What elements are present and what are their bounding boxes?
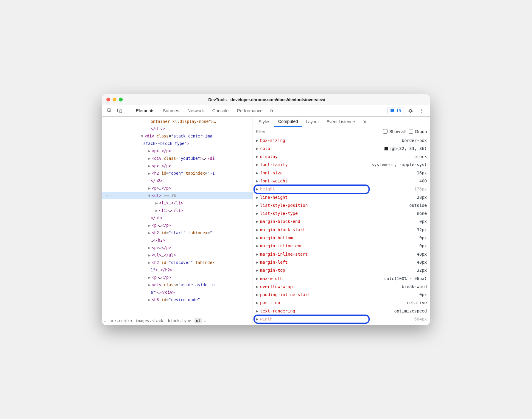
dom-node[interactable]: ▶<li>…</li> [102, 207, 253, 214]
dom-node[interactable]: stack--block type"> [102, 140, 253, 147]
dom-node[interactable]: ▶<p>…</p> [102, 222, 253, 229]
dom-node[interactable]: ▶<p>…</p> [102, 162, 253, 170]
more-tabs-icon[interactable]: » [360, 117, 370, 127]
computed-row-margin-bottom[interactable]: ▶margin-bottom0px [253, 234, 430, 242]
expand-icon[interactable]: ▶ [256, 291, 259, 299]
expand-icon[interactable]: ▶ [256, 299, 259, 307]
computed-row-margin-inline-start[interactable]: ▶margin-inline-start48px [253, 250, 430, 258]
issues-badge[interactable]: 15 [387, 107, 404, 114]
dom-node[interactable]: ▶<p>…</p> [102, 274, 253, 281]
expand-icon[interactable]: ▶ [256, 218, 259, 226]
dom-node[interactable]: ▶<div class="youtube">…</di [102, 155, 253, 162]
computed-row-list-style-position[interactable]: ▶list-style-positionoutside [253, 201, 430, 210]
expand-icon[interactable]: ▶ [256, 161, 259, 169]
dom-tree[interactable]: ontainer xl:display-none">… </div> ▼<div… [102, 117, 253, 316]
expand-icon[interactable]: ▶ [256, 153, 259, 161]
expand-icon[interactable]: ▶ [256, 266, 259, 274]
tab-network[interactable]: Network [183, 106, 208, 116]
dom-node[interactable]: ▶<p>…</p> [102, 244, 253, 251]
computed-row-padding-inline-start[interactable]: ▶padding-inline-start0px [253, 291, 430, 299]
expand-icon[interactable]: ▶ [256, 210, 259, 218]
more-tabs-icon[interactable]: » [267, 106, 276, 116]
dom-node[interactable]: ontainer xl:display-none">… [102, 118, 253, 125]
dom-node[interactable]: …</h2> [102, 237, 253, 244]
computed-row-height[interactable]: ▶height176px [253, 185, 430, 193]
tab-layout[interactable]: Layout [302, 117, 323, 126]
expand-icon[interactable]: ▶ [256, 193, 259, 201]
group-checkbox[interactable]: Group [409, 129, 427, 134]
tab-performance[interactable]: Performance [233, 106, 267, 116]
crumb-ellipsis[interactable]: … [104, 318, 106, 323]
computed-row-list-style-type[interactable]: ▶list-style-typenone [253, 210, 430, 218]
computed-row-margin-inline-end[interactable]: ▶margin-inline-end0px [253, 242, 430, 250]
expand-icon[interactable]: ▶ [256, 258, 259, 266]
computed-row-margin-block-start[interactable]: ▶margin-block-start32px [253, 226, 430, 234]
crumb-ellipsis[interactable]: … [204, 318, 206, 323]
expand-icon[interactable]: ▶ [256, 226, 259, 234]
computed-row-position[interactable]: ▶positionrelative [253, 299, 430, 307]
computed-row-width[interactable]: ▶width604px [253, 315, 430, 323]
expand-icon[interactable]: ▶ [256, 283, 259, 291]
dom-node-selected[interactable]: ▼<ul> == $0 [102, 192, 253, 199]
dom-node[interactable]: ▶<p>…</p> [102, 147, 253, 155]
kebab-menu-icon[interactable] [417, 106, 427, 115]
zoom-icon[interactable] [119, 98, 123, 101]
computed-row-color[interactable]: ▶colorrgb(32, 33, 36) [253, 145, 430, 153]
dom-node[interactable]: </h2> [102, 177, 253, 185]
crumb-path[interactable]: ack.center-images.stack--block.type [108, 318, 193, 323]
computed-row-max-width[interactable]: ▶max-widthcalc(100% - 96px) [253, 275, 430, 283]
tab-sources[interactable]: Sources [159, 106, 183, 116]
crumb-selected[interactable]: ul [195, 318, 202, 323]
expand-icon[interactable]: ▶ [256, 177, 259, 185]
dom-node[interactable]: ▶<ul>…</ul> [102, 251, 253, 259]
expand-icon[interactable]: ▶ [256, 275, 259, 283]
device-mode-icon[interactable] [115, 106, 124, 115]
expand-icon[interactable]: ▶ [256, 201, 259, 210]
computed-row-line-height[interactable]: ▶line-height28px [253, 193, 430, 201]
dom-node[interactable]: ▶<p>…</p> [102, 185, 253, 192]
tab-event-listeners[interactable]: Event Listeners [323, 117, 360, 126]
dom-node[interactable]: </ul> [102, 214, 253, 222]
tab-console[interactable]: Console [208, 106, 233, 116]
expand-icon[interactable]: ▶ [256, 250, 259, 258]
expand-icon[interactable]: ▶ [256, 242, 259, 250]
dom-node[interactable]: </div> [102, 125, 253, 132]
computed-row-box-sizing[interactable]: ▶box-sizingborder-box [253, 137, 430, 145]
computed-row-font-family[interactable]: ▶font-familysystem-ui, -apple-syst [253, 161, 430, 169]
dom-node[interactable]: 1">…</h2> [102, 266, 253, 274]
computed-row-font-weight[interactable]: ▶font-weight400 [253, 177, 430, 185]
dom-node[interactable]: ▶<li>…</li> [102, 199, 253, 207]
dom-node[interactable]: ▶<h2 id="discover" tabindex [102, 259, 253, 266]
tab-styles[interactable]: Styles [255, 117, 274, 126]
filter-input[interactable] [256, 129, 380, 134]
dom-node[interactable]: ▶<h2 id="start" tabindex="- [102, 229, 253, 237]
computed-row-overflow-wrap[interactable]: ▶overflow-wrapbreak-word [253, 283, 430, 291]
dom-node[interactable]: ▼<div class="stack center-ima [102, 132, 253, 140]
tab-computed[interactable]: Computed [274, 117, 302, 127]
close-icon[interactable] [106, 98, 110, 101]
expand-icon[interactable]: ▶ [256, 234, 259, 242]
dom-node[interactable]: e">…</div> [102, 289, 253, 296]
computed-list[interactable]: ▶box-sizingborder-box▶colorrgb(32, 33, 3… [253, 136, 430, 325]
dom-node[interactable]: ▶<h3 id="device-mode" [102, 296, 253, 304]
show-all-checkbox[interactable]: Show all [383, 129, 406, 134]
computed-row-margin-block-end[interactable]: ▶margin-block-end0px [253, 218, 430, 226]
gear-icon[interactable] [405, 106, 416, 115]
computed-row-margin-left[interactable]: ▶margin-left48px [253, 258, 430, 266]
expand-icon[interactable]: ▶ [256, 169, 259, 177]
expand-icon[interactable]: ▶ [256, 315, 259, 323]
breadcrumbs[interactable]: … ack.center-images.stack--block.type ul… [102, 316, 253, 325]
computed-row-display[interactable]: ▶displayblock [253, 153, 430, 161]
expand-icon[interactable]: ▶ [256, 145, 259, 153]
expand-icon[interactable]: ▶ [256, 185, 259, 193]
tab-elements[interactable]: Elements [132, 106, 159, 116]
inspect-icon[interactable] [105, 106, 114, 115]
expand-icon[interactable]: ▶ [256, 137, 259, 145]
dom-node[interactable]: ▶<div class="aside aside--n [102, 281, 253, 289]
expand-icon[interactable]: ▶ [256, 307, 259, 315]
computed-row-margin-top[interactable]: ▶margin-top32px [253, 266, 430, 274]
dom-node[interactable]: ▶<h2 id="open" tabindex="-1 [102, 170, 253, 177]
computed-row-font-size[interactable]: ▶font-size16px [253, 169, 430, 177]
minimize-icon[interactable] [113, 98, 116, 101]
computed-row-text-rendering[interactable]: ▶text-renderingoptimizespeed [253, 307, 430, 315]
